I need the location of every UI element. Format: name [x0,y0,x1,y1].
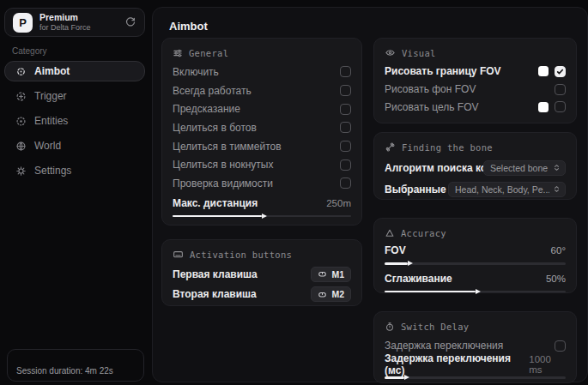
visual-card-title: Visual [402,48,436,58]
visual-row: Рисовать фон FOV [385,81,566,99]
finding-bone-card: Finding the bone Алгоритм поиска костей … [373,132,577,200]
sidebar-item-world[interactable]: World [4,135,145,156]
sidebar-item-settings[interactable]: Settings [4,160,145,181]
sidebar-item-trigger[interactable]: Trigger [4,86,145,106]
scan-icon [15,116,27,127]
triangle-icon [385,228,395,238]
smoothing-value: 50% [546,274,566,284]
switch-delay-slider[interactable] [385,376,566,379]
fov-slider-group: FOV 60° [385,243,566,265]
target-bots-checkbox[interactable] [340,122,351,133]
category-label: Category [12,46,47,56]
target-knocked-checkbox[interactable] [340,159,351,171]
premium-title: Premium [39,12,91,23]
bone-icon [385,141,396,153]
timer-icon [385,322,395,332]
globe-icon [15,141,27,152]
visual-row: Рисовать цель FOV [385,98,566,116]
switch-delay-toggle-label: Задержка переключения [385,340,503,352]
sidebar-item-label: Settings [34,165,71,177]
sidebar-item-entities[interactable]: Entities [4,111,145,131]
fov-value: 60° [551,245,566,256]
visual-card-header: Visual [385,46,566,59]
slider-fill[interactable] [385,376,404,379]
slider-fill[interactable] [173,215,262,218]
bone-card-header: Finding the bone [385,141,566,153]
checkbox-label: Проверка видимости [173,177,273,189]
bone-algorithm-value: Selected bone [490,163,549,173]
first-key-value: M1 [331,269,344,280]
checkbox-row: Всегда работать [173,81,351,100]
general-card: General Включить Всегда работать Предска… [161,38,362,226]
keybind-row: Первая клавиша M1 [173,264,351,285]
smoothing-label: Сглаживание [385,273,452,285]
accuracy-card-header: Accuracy [385,226,566,239]
visibility-check-checkbox[interactable] [340,177,351,189]
eye-icon [385,47,396,58]
checkbox-label: Всегда работать [173,85,252,97]
sidebar-nav: Aimbot Trigger Entities [4,61,145,185]
sliders-icon [173,48,183,58]
selected-bones-select[interactable]: Head, Neck, Body, Pe... [448,182,566,197]
page-title: Aimbot [169,20,208,33]
activation-buttons-card: Activation buttons Первая клавиша M1 Вто… [161,239,362,306]
fov-border-color-swatch[interactable] [538,66,549,76]
fov-target-color-swatch[interactable] [538,102,549,112]
checkbox-row: Включить [173,63,351,81]
selected-bones-row: Выбранные кости Head, Neck, Body, Pe... [385,178,566,200]
switch-delay-checkbox[interactable] [555,340,566,352]
fov-border-checkbox[interactable] [555,66,566,77]
switch-delay-ms-label: Задержка переключения (мс) [385,352,529,376]
accuracy-card-title: Accuracy [401,228,446,238]
app-window: P Premium for Delta Force Category [0,0,588,385]
unfold-icon [553,163,561,172]
unfold-icon [553,184,561,194]
slider-fill[interactable] [385,262,408,265]
trigger-crosshair-icon [15,91,27,102]
sync-icon[interactable] [124,16,136,28]
checkbox-row: Целиться в тиммейтов [173,137,351,156]
fov-background-checkbox[interactable] [555,84,566,95]
fov-label: FOV [385,244,406,256]
sidebar-item-label: World [34,140,61,152]
checkbox-row: Целиться в нокнутых [173,155,351,174]
checkbox-label: Предсказание [173,103,240,115]
always-work-checkbox[interactable] [340,85,351,96]
max-distance-value: 250m [326,198,351,208]
fov-slider[interactable] [385,262,566,265]
second-key-label: Вторая клавиша [173,288,257,300]
first-key-button[interactable]: M1 [311,267,351,282]
second-key-button[interactable]: M2 [311,286,351,302]
selected-bones-value: Head, Neck, Body, Pe... [455,184,549,195]
checkbox-label: Включить [173,66,219,78]
checkbox-label: Целиться в нокнутых [173,159,273,171]
first-key-label: Первая клавиша [173,268,258,280]
prediction-checkbox[interactable] [340,104,351,115]
target-teammates-checkbox[interactable] [340,141,351,152]
keyboard-icon [173,249,184,260]
bone-algorithm-row: Алгоритм поиска костей Selected bone [385,157,566,178]
gear-icon [15,165,27,177]
keybind-row: Вторая клавиша M2 [173,285,351,305]
switch-delay-ms-value: 1000 ms [529,354,566,375]
switch-delay-card: Switch Delay Задержка переключения Задер… [373,311,577,383]
bone-algorithm-select[interactable]: Selected bone [483,160,566,176]
checkbox-label: Целиться в ботов [173,122,257,134]
fov-target-label: Рисовать цель FOV [385,101,479,113]
switch-delay-card-title: Switch Delay [401,322,469,332]
slider-fill[interactable] [385,291,476,293]
smoothing-slider[interactable] [385,291,566,293]
enable-checkbox[interactable] [340,66,351,77]
fov-target-checkbox[interactable] [555,101,566,112]
checkbox-label: Целиться в тиммейтов [173,141,282,153]
sidebar-item-aimbot[interactable]: Aimbot [4,61,145,81]
premium-subtitle: for Delta Force [39,23,91,33]
second-key-value: M2 [331,289,344,299]
premium-card[interactable]: P Premium for Delta Force [4,8,145,37]
crosshair-icon [15,66,27,77]
general-card-title: General [189,48,228,58]
fov-border-label: Рисовать границу FOV [385,65,501,77]
max-distance-slider[interactable] [173,215,351,218]
activation-card-header: Activation buttons [173,248,351,261]
checkbox-row: Проверка видимости [173,174,351,193]
